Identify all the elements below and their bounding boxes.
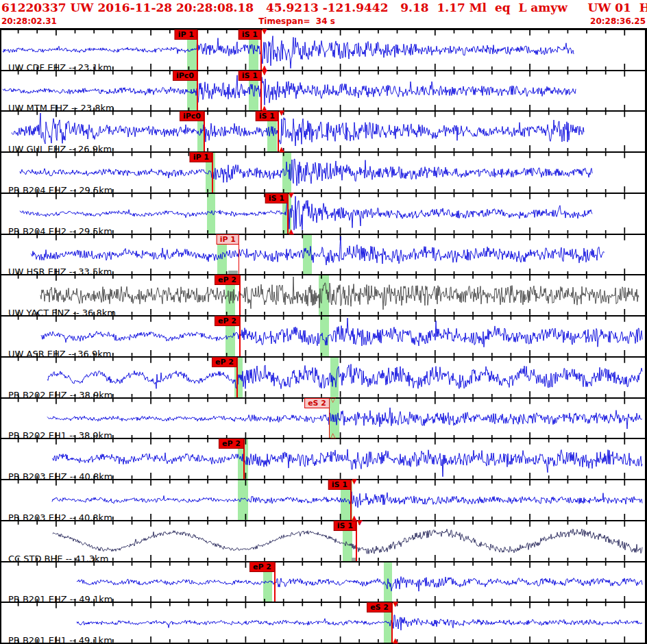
phase-pick-label[interactable]: eP 2: [219, 438, 244, 449]
phase-pick-label[interactable]: iPc0: [180, 111, 204, 121]
trace-row[interactable]: eP 2PB B202 EHZ -- 38.9km: [1, 358, 645, 399]
station-label: PB B202 EH1 -- 38.9km: [8, 430, 112, 441]
station-label: UW HSR EHZ -- 33.5km: [8, 267, 112, 277]
trace-row[interactable]: iS 1▼▲PB B203 EH2 -- 40.8km: [1, 480, 645, 521]
pick-flag-icon: ▼: [262, 69, 267, 76]
trace-row[interactable]: eP 2UW YACT ENZ -- 36.8km: [1, 275, 645, 317]
event-header: 61220337 UW 2016-11-28 20:28:08.18 45.92…: [0, 0, 647, 28]
seismogram-trace: [20, 159, 592, 186]
window-start-time: 20:28:02.31: [1, 16, 57, 26]
seismogram-trace: [77, 615, 642, 630]
trace-row[interactable]: iPc0iS 1▼▲UW MTM EHZ -- 23.8km: [1, 71, 645, 112]
seismogram-trace: [53, 529, 642, 554]
station-label: UW MTM EHZ -- 23.8km: [8, 103, 114, 113]
phase-pick-label[interactable]: eP 2: [212, 357, 237, 367]
pick-flag-icon: ▲: [393, 637, 398, 644]
trace-row[interactable]: iP 1iS 1▼▲UW CDF EHZ -- 23.1km: [1, 30, 645, 71]
trace-row[interactable]: iP 1PB B204 EHZ -- 29.5km: [1, 153, 645, 194]
window-end-time: 20:28:36.25: [590, 16, 646, 26]
trace-row[interactable]: eP 2PB B201 EHZ -- 49.1km: [1, 562, 645, 604]
station-label: PB B201 EHZ -- 49.1km: [8, 594, 112, 604]
seismogram-trace: [41, 318, 642, 347]
phase-pick-label[interactable]: eP 2: [215, 316, 240, 326]
pick-flag-icon: ▼: [289, 192, 294, 199]
station-label: PB B204 EHZ -- 29.5km: [8, 185, 112, 195]
time-axis-header: 20:28:02.31 Timespan= 34 s 20:28:36.25: [0, 16, 647, 27]
station-label: PB B203 EH2 -- 40.8km: [8, 512, 112, 523]
seismogram-trace: [40, 277, 639, 310]
station-label: UW GUL EHZ -- 26.9km: [8, 144, 112, 154]
residual-marker: [228, 271, 238, 274]
seismogram-trace: [31, 236, 605, 265]
seismogram-trace: [20, 196, 592, 230]
pick-flag-icon: ▼: [352, 478, 357, 485]
phase-pick-label[interactable]: iP 1: [217, 234, 239, 245]
station-label: PB B201 EH1 -- 49.1km: [8, 635, 112, 644]
trace-row[interactable]: iP 1UW HSR EHZ -- 33.5km: [1, 235, 645, 276]
phase-pick-label[interactable]: iPc0: [173, 71, 197, 81]
station-label: UW CDF EHZ -- 23.1km: [8, 62, 112, 73]
event-summary-line: 61220337 UW 2016-11-28 20:28:08.18 45.92…: [1, 1, 647, 14]
seismogram-trace: [3, 75, 576, 105]
phase-pick-label[interactable]: iS 1: [265, 193, 288, 203]
seismogram-trace: [12, 113, 584, 146]
station-label: UW YACT ENZ -- 36.8km: [8, 308, 116, 318]
time-tick-marks: [19, 521, 625, 561]
station-label: CC STD BHE -- 41.3km: [8, 554, 108, 564]
pick-flag-icon: ▼: [279, 110, 284, 116]
trace-row[interactable]: iS 1▼▲PB B204 EH2 -- 29.5km: [1, 194, 645, 235]
station-label: UW ASR EHZ -- 36.9km: [8, 349, 112, 359]
phase-pick-label[interactable]: iS 1: [239, 71, 261, 81]
trace-row[interactable]: eP 2UW ASR EHZ -- 36.9km: [1, 317, 645, 358]
seismogram-trace: [52, 492, 642, 508]
trace-panel: iP 1iS 1▼▲UW CDF EHZ -- 23.1kmiPc0iS 1▼▲…: [0, 28, 647, 644]
trace-row[interactable]: eS 2▽△PB B202 EH1 -- 38.9km: [1, 399, 645, 440]
pick-flag-icon: △: [330, 432, 336, 439]
timespan-label: Timespan= 34 s: [258, 16, 335, 26]
station-label: PB B204 EH2 -- 29.5km: [8, 226, 112, 236]
seismic-waveform-viewer: 61220337 UW 2016-11-28 20:28:08.18 45.92…: [0, 0, 647, 644]
phase-pick-label[interactable]: iS 1: [328, 480, 351, 490]
seismogram-trace: [47, 364, 642, 388]
phase-pick-label[interactable]: eP 2: [215, 275, 240, 285]
pick-flag-icon: ▲: [289, 228, 294, 235]
pick-flag-icon: ▲: [279, 146, 284, 153]
phase-pick-label[interactable]: eP 2: [249, 562, 275, 572]
seismogram-trace: [52, 449, 642, 477]
phase-pick-label[interactable]: eS 2: [367, 602, 392, 612]
pick-flag-icon: ▼: [393, 601, 398, 608]
pick-flag-icon: ▼: [357, 519, 363, 526]
trace-row[interactable]: eS 2▼▲PB B201 EH1 -- 49.1km: [1, 603, 645, 644]
phase-pick-label[interactable]: iP 1: [175, 29, 197, 40]
phase-pick-label[interactable]: eS 2: [304, 398, 330, 408]
seismogram-trace: [47, 408, 642, 429]
trace-row[interactable]: iS 1▼CC STD BHE -- 41.3km: [1, 521, 645, 562]
station-label: PB B203 EHZ -- 40.8km: [8, 471, 112, 482]
phase-pick-label[interactable]: iS 1: [256, 111, 278, 121]
seismogram-trace: [77, 576, 642, 591]
phase-pick-label[interactable]: iP 1: [190, 152, 212, 162]
phase-pick-label[interactable]: iS 1: [334, 521, 356, 531]
station-label: PB B202 EHZ -- 38.9km: [8, 390, 112, 400]
phase-pick-label[interactable]: iS 1: [239, 29, 261, 40]
pick-flag-icon: ▽: [330, 397, 336, 404]
trace-row[interactable]: iPc0iS 1▼▲UW GUL EHZ -- 26.9km: [1, 112, 645, 153]
trace-row[interactable]: eP 2PB B203 EHZ -- 40.8km: [1, 439, 645, 480]
pick-flag-icon: ▼: [262, 28, 267, 35]
